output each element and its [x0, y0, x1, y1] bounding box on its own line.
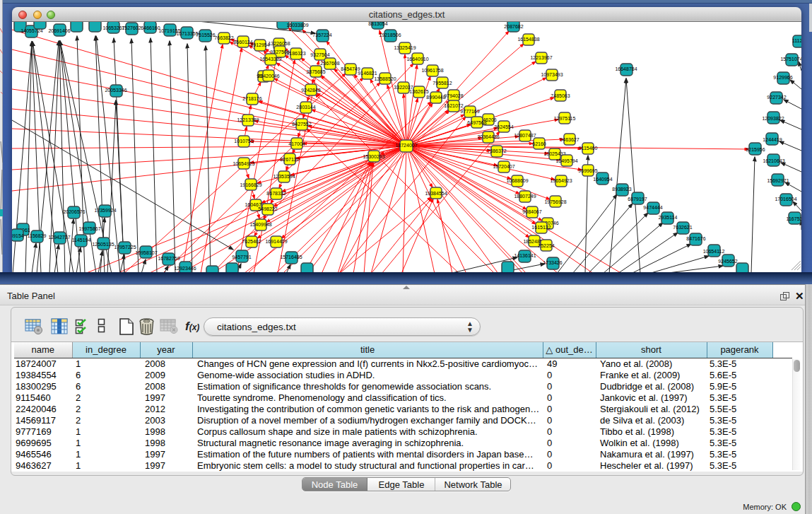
svg-text:5498222: 5498222: [258, 206, 277, 211]
svg-text:7357224: 7357224: [312, 33, 331, 37]
svg-text:9777169: 9777169: [460, 109, 479, 114]
svg-text:8215956: 8215956: [746, 147, 765, 152]
svg-text:1733426: 1733426: [543, 260, 562, 265]
svg-text:20691406: 20691406: [48, 28, 70, 33]
svg-text:7485063: 7485063: [551, 93, 570, 98]
svg-text:16033809: 16033809: [286, 23, 308, 28]
svg-text:8267130: 8267130: [280, 157, 299, 162]
svg-text:7515526: 7515526: [196, 33, 215, 37]
svg-text:15409948: 15409948: [249, 222, 271, 227]
svg-text:7663822: 7663822: [214, 35, 233, 40]
svg-text:6466160: 6466160: [141, 25, 160, 30]
svg-text:12923446: 12923446: [174, 266, 196, 271]
svg-text:19975867: 19975867: [78, 226, 100, 231]
svg-text:12975115: 12975115: [554, 116, 576, 121]
svg-text:13588520: 13588520: [374, 76, 396, 81]
svg-text:8938923: 8938923: [612, 187, 631, 192]
svg-text:2935114: 2935114: [659, 215, 678, 220]
svg-text:11124: 11124: [792, 38, 801, 43]
svg-text:19384554: 19384554: [425, 191, 447, 196]
svg-text:1156829: 1156829: [28, 233, 47, 238]
svg-text:16640910: 16640910: [406, 57, 428, 62]
svg-text:17359924: 17359924: [94, 208, 116, 213]
svg-text:1615132: 1615132: [531, 225, 551, 230]
svg-text:16782759: 16782759: [158, 256, 180, 261]
svg-text:16154838: 16154838: [517, 37, 539, 42]
svg-text:8471676: 8471676: [686, 236, 705, 241]
svg-text:1621072: 1621072: [444, 103, 463, 108]
svg-text:3624554: 3624554: [494, 124, 513, 129]
svg-text:7955812: 7955812: [433, 81, 452, 86]
svg-text:9457791: 9457791: [232, 255, 251, 259]
svg-text:15716485: 15716485: [280, 255, 302, 259]
svg-text:20364436: 20364436: [477, 134, 499, 139]
svg-text:116753: 116753: [787, 216, 801, 221]
svg-text:14136141: 14136141: [514, 253, 536, 258]
svg-text:12353594: 12353594: [273, 174, 295, 179]
svg-text:9129966: 9129966: [773, 75, 792, 80]
svg-text:9146821: 9146821: [358, 71, 377, 76]
svg-text:1362615: 1362615: [409, 89, 428, 94]
svg-text:252254: 252254: [538, 243, 554, 248]
svg-text:10961758: 10961758: [421, 68, 443, 73]
svg-text:16495794: 16495794: [555, 158, 577, 163]
svg-text:7386372: 7386372: [487, 148, 506, 153]
svg-text:3875685: 3875685: [306, 69, 325, 74]
svg-text:15692971: 15692971: [767, 178, 789, 183]
svg-text:23420046: 23420046: [257, 74, 279, 78]
svg-text:1527602: 1527602: [122, 25, 141, 30]
svg-text:2803144: 2803144: [296, 105, 315, 110]
svg-text:19218506: 19218506: [379, 33, 401, 37]
svg-text:7632621: 7632621: [673, 225, 692, 230]
svg-text:16210643: 16210643: [763, 158, 784, 163]
svg-text:13325419: 13325419: [394, 45, 416, 50]
svg-text:18724007: 18724007: [395, 143, 417, 148]
svg-text:15300293: 15300293: [363, 154, 384, 159]
svg-text:2718176: 2718176: [242, 96, 261, 101]
svg-text:1244419: 1244419: [763, 137, 782, 142]
svg-text:2087682: 2087682: [504, 24, 523, 29]
svg-text:62160: 62160: [532, 141, 546, 146]
svg-text:10973493: 10973493: [541, 72, 563, 77]
svg-text:12213389: 12213389: [237, 117, 259, 122]
svg-text:10654112: 10654112: [703, 249, 725, 254]
svg-text:12942737: 12942737: [48, 235, 70, 240]
svg-text:10958107: 10958107: [135, 250, 157, 255]
svg-text:8813054: 8813054: [368, 22, 387, 26]
svg-text:16648784: 16648784: [615, 66, 637, 71]
svg-text:1640954: 1640954: [593, 177, 612, 182]
svg-text:8427552: 8427552: [292, 122, 311, 127]
svg-text:16914479: 16914479: [265, 239, 287, 244]
svg-text:10654925: 10654925: [233, 161, 254, 166]
svg-text:9327504: 9327504: [310, 52, 329, 57]
svg-text:2367608: 2367608: [320, 61, 339, 66]
svg-text:19654923: 19654923: [550, 178, 572, 183]
svg-text:20053346: 20053346: [105, 88, 126, 93]
svg-text:12505135: 12505135: [92, 242, 114, 247]
svg-text:9474444: 9474444: [643, 205, 662, 210]
svg-text:9794028: 9794028: [444, 93, 463, 98]
svg-text:9699695: 9699695: [578, 168, 597, 173]
svg-text:9463627: 9463627: [560, 137, 579, 142]
svg-text:9242848: 9242848: [301, 88, 320, 93]
svg-text:19756928: 19756928: [544, 199, 566, 204]
svg-text:12093822: 12093822: [762, 116, 784, 121]
svg-text:17957225: 17957225: [114, 245, 136, 250]
svg-text:12213967: 12213967: [530, 55, 552, 60]
svg-text:8912954: 8912954: [250, 42, 269, 47]
svg-text:7625402: 7625402: [242, 239, 261, 244]
svg-text:19166829: 19166829: [240, 182, 261, 187]
svg-text:16713355: 16713355: [176, 31, 198, 36]
svg-text:15720407: 15720407: [493, 164, 514, 169]
svg-text:17016504: 17016504: [775, 197, 796, 201]
svg-text:39154: 39154: [12, 233, 24, 238]
svg-text:20206576: 20206576: [63, 209, 85, 214]
svg-text:15751074: 15751074: [780, 57, 801, 62]
svg-text:10688609: 10688609: [506, 178, 528, 183]
svg-text:8990448: 8990448: [426, 95, 445, 100]
svg-text:9245652: 9245652: [718, 259, 737, 264]
svg-text:1010755: 1010755: [234, 139, 253, 144]
svg-text:1145194: 1145194: [72, 238, 91, 243]
svg-text:8186323: 8186323: [286, 51, 305, 56]
svg-text:9084067: 9084067: [522, 209, 541, 214]
